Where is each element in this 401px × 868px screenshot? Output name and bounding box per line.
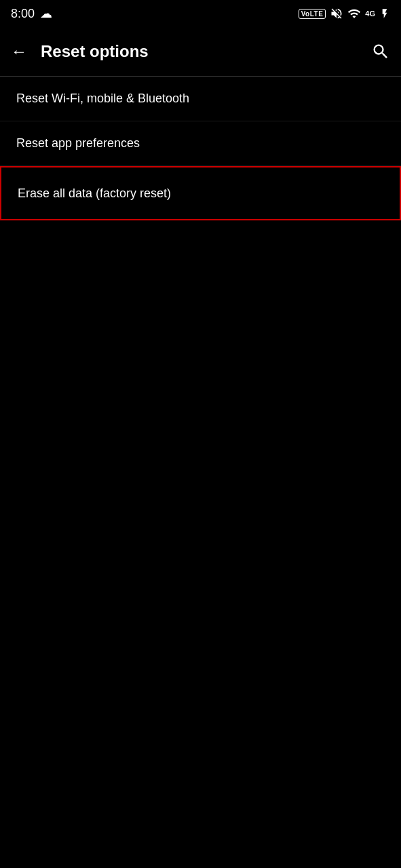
flash-icon	[379, 7, 390, 20]
page-title: Reset options	[41, 42, 149, 61]
menu-item-label: Reset app preferences	[16, 136, 140, 150]
menu-item-reset-wifi[interactable]: Reset Wi-Fi, mobile & Bluetooth	[0, 77, 401, 121]
volte-badge: VoLTE	[299, 9, 326, 19]
4g-label: 4G	[365, 9, 375, 18]
search-icon	[371, 42, 390, 61]
menu-item-reset-app-prefs[interactable]: Reset app preferences	[0, 121, 401, 166]
status-time: 8:00	[11, 7, 35, 21]
search-button[interactable]	[371, 42, 390, 61]
menu-item-label: Reset Wi-Fi, mobile & Bluetooth	[16, 92, 189, 105]
mute-icon	[330, 7, 343, 20]
signal-icon	[347, 7, 361, 20]
status-icons: VoLTE 4G	[299, 7, 390, 20]
menu-item-label: Erase all data (factory reset)	[18, 186, 171, 201]
back-button[interactable]: ←	[11, 42, 27, 61]
cloud-icon: ☁	[40, 6, 52, 21]
menu-item-factory-reset[interactable]: Erase all data (factory reset)	[0, 166, 401, 220]
menu-list: Reset Wi-Fi, mobile & Bluetooth Reset ap…	[0, 77, 401, 220]
status-bar: 8:00 ☁ VoLTE 4G	[0, 0, 401, 27]
back-arrow-icon: ←	[11, 42, 27, 61]
app-header: ← Reset options	[0, 27, 401, 76]
